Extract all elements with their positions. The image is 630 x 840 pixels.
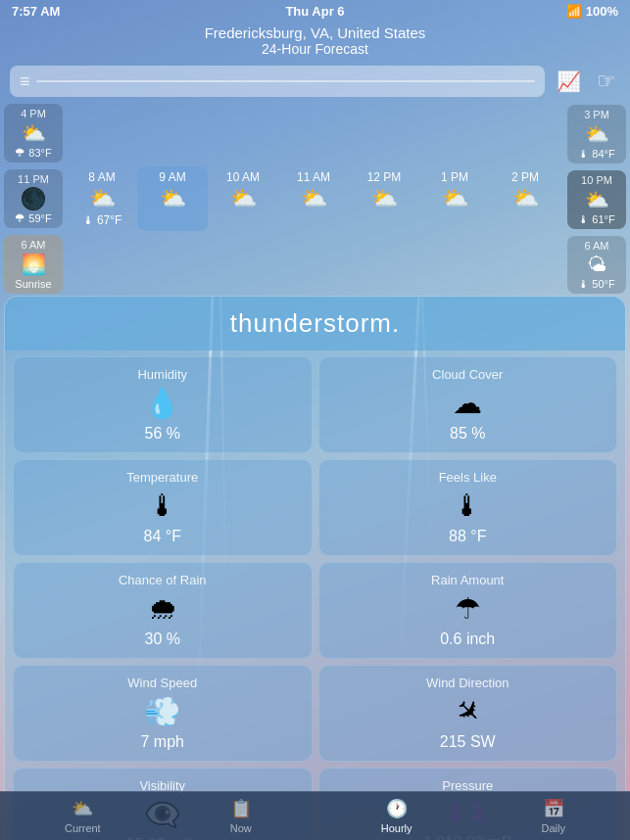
weather-condition-title: thunderstorm. (17, 308, 613, 339)
side-label: 6 AM (584, 240, 608, 252)
forecast-type: 24-Hour Forecast (0, 41, 630, 57)
stat-humidity: Humidity 💧 56 % (13, 356, 313, 453)
side-label: 11 PM (18, 173, 49, 185)
hour-label: 8 AM (88, 170, 115, 184)
cloud-cover-value: 85 % (450, 425, 485, 443)
side-cell-3pm[interactable]: 3 PM ⛅ 🌡 84°F (567, 105, 626, 163)
temperature-label: Temperature (126, 470, 198, 485)
hour-cell-2pm[interactable]: 2 PM ⛅ (490, 166, 560, 231)
stat-wind-speed: Wind Speed 💨 7 mph (13, 665, 313, 762)
nav-current[interactable]: ⛅ Current (53, 794, 113, 838)
stat-wind-direction: Wind Direction ✈ 215 SW (318, 665, 618, 762)
side-cell-6am[interactable]: 6 AM 🌤 🌡 50°F (567, 236, 626, 294)
battery-text: 100% (586, 4, 618, 19)
hour-icon: ⛅ (301, 186, 327, 211)
main-panel: thunderstorm. Humidity 💧 56 % Cloud Cove… (4, 296, 626, 840)
side-temp: 🌩 59°F (15, 212, 51, 224)
hour-label: 10 AM (226, 170, 260, 184)
header: Fredericksburg, VA, United States 24-Hou… (0, 23, 630, 61)
side-icon: ⛅ (585, 122, 609, 146)
nav-now-icon: 📋 (230, 798, 252, 819)
left-side-column: 4 PM ⛅ 🌩 83°F 11 PM 🌑 🌩 59°F 6 AM 🌅 Sunr… (0, 102, 67, 296)
bottom-nav: ⛅ Current 📋 Now 🕐 Hourly 📅 Daily (0, 791, 630, 840)
hour-label: 11 AM (297, 170, 330, 184)
hour-icon: ⛅ (160, 186, 186, 211)
side-label: 3 PM (584, 109, 609, 120)
feels-like-value: 88 °F (449, 528, 486, 545)
side-icon: 🌅 (22, 253, 46, 276)
side-cell-11pm[interactable]: 11 PM 🌑 🌩 59°F (4, 169, 63, 228)
list-icon: ≡ (20, 71, 30, 92)
hour-cell-12pm[interactable]: 12 PM ⛅ (349, 166, 419, 231)
cloud-cover-label: Cloud Cover (432, 367, 503, 382)
hour-label: 12 PM (367, 170, 402, 184)
wind-speed-value: 7 mph (141, 733, 184, 751)
side-temp: 🌡 84°F (578, 148, 614, 160)
nav-now[interactable]: 📋 Now (218, 794, 264, 838)
wifi-icon: 📶 (566, 4, 582, 19)
hour-cell-9am[interactable]: 9 AM ⛅ (137, 166, 208, 231)
side-icon: ⛅ (22, 121, 46, 145)
chance-rain-label: Chance of Rain (119, 573, 207, 587)
nav-current-icon: ⛅ (72, 798, 93, 819)
panel-content: thunderstorm. Humidity 💧 56 % Cloud Cove… (5, 297, 625, 840)
hour-icon: ⛅ (89, 186, 116, 211)
hour-cell-10am[interactable]: 10 AM ⛅ (208, 166, 278, 231)
stats-grid: Humidity 💧 56 % Cloud Cover ☁ 85 % Tempe… (5, 350, 625, 840)
side-temp: 🌡 50°F (578, 278, 614, 290)
side-label: 10 PM (581, 174, 612, 186)
hour-label: 2 PM (511, 170, 539, 184)
nav-hourly-icon: 🕐 (386, 798, 408, 819)
temperature-icon: 🌡 (148, 489, 177, 524)
nav-daily[interactable]: 📅 Daily (530, 794, 577, 838)
wind-speed-label: Wind Speed (127, 676, 197, 690)
status-bar: 7:57 AM Thu Apr 6 📶 100% (0, 0, 630, 23)
side-temp: 🌩 83°F (15, 147, 51, 159)
stat-temperature: Temperature 🌡 84 °F (13, 459, 313, 556)
nav-hourly[interactable]: 🕐 Hourly (369, 794, 424, 838)
wind-direction-label: Wind Direction (426, 676, 509, 690)
side-temp: 🌡 61°F (578, 213, 614, 225)
humidity-value: 56 % (145, 425, 180, 443)
wind-direction-value: 215 SW (440, 733, 496, 751)
chart-icon[interactable]: 📈 (553, 66, 585, 97)
stat-chance-of-rain: Chance of Rain 🌧 30 % (13, 562, 313, 659)
search-bar[interactable]: ≡ (10, 66, 545, 97)
humidity-icon: 💧 (144, 386, 180, 421)
right-side-column: 3 PM ⛅ 🌡 84°F 10 PM ⛅ 🌡 61°F 6 AM 🌤 🌡 50… (563, 103, 630, 296)
cloud-cover-icon: ☁ (453, 386, 482, 421)
stat-cloud-cover: Cloud Cover ☁ 85 % (318, 356, 618, 453)
hour-row: 8 AM ⛅ 🌡 67°F 9 AM ⛅ 10 AM ⛅ 11 AM ⛅ 12 … (67, 166, 563, 231)
hour-cell-8am[interactable]: 8 AM ⛅ 🌡 67°F (67, 166, 137, 231)
location-text: Fredericksburg, VA, United States (0, 24, 630, 41)
side-cell-4pm[interactable]: 4 PM ⛅ 🌩 83°F (4, 104, 63, 163)
nav-daily-label: Daily (542, 822, 565, 834)
toolbar: ≡ 📈 ☞ (0, 61, 630, 102)
cursor-icon[interactable]: ☞ (593, 65, 620, 98)
status-time: 7:57 AM (12, 4, 71, 19)
hour-cell-11am[interactable]: 11 AM ⛅ (278, 166, 349, 231)
rain-amount-label: Rain Amount (431, 573, 504, 587)
status-right: 📶 100% (559, 4, 618, 19)
feels-like-icon: 🌡 (453, 489, 482, 524)
hour-label: 9 AM (159, 170, 185, 184)
hour-temp: 🌡 67°F (82, 213, 122, 227)
rain-amount-value: 0.6 inch (440, 630, 495, 648)
side-icon: 🌑 (22, 187, 45, 210)
temperature-value: 84 °F (144, 528, 181, 545)
hour-icon: ⛅ (230, 186, 257, 211)
hour-icon: ⛅ (442, 186, 468, 211)
side-label: 6 AM (21, 239, 45, 251)
wind-speed-icon: 💨 (144, 694, 180, 729)
chance-rain-value: 30 % (145, 630, 180, 648)
nav-hourly-label: Hourly (381, 822, 412, 834)
hour-label: 1 PM (441, 170, 468, 184)
side-icon: 🌤 (587, 254, 606, 276)
side-cell-10pm[interactable]: 10 PM ⛅ 🌡 61°F (567, 170, 626, 229)
side-sublabel: Sunrise (15, 278, 51, 290)
nav-current-label: Current (65, 822, 101, 834)
wind-direction-icon: ✈ (447, 690, 489, 732)
side-cell-sunrise[interactable]: 6 AM 🌅 Sunrise (4, 235, 63, 294)
stat-rain-amount: Rain Amount ☂ 0.6 inch (318, 562, 618, 659)
hour-cell-1pm[interactable]: 1 PM ⛅ (419, 166, 490, 231)
